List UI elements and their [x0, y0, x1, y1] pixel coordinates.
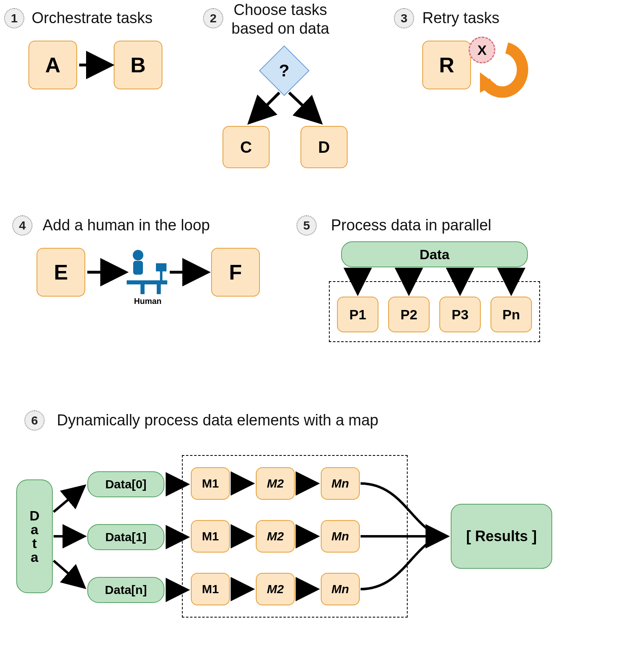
- task-label: P2: [400, 307, 417, 323]
- data-row-label: Data[n]: [105, 583, 147, 597]
- svg-rect-7: [127, 280, 167, 284]
- svg-rect-8: [156, 263, 166, 271]
- section-badge-1: 1: [4, 8, 24, 28]
- section-badge-6: 6: [24, 410, 45, 431]
- section-title-2: Choose tasks based on data: [231, 1, 329, 38]
- section-number: 5: [303, 219, 310, 232]
- task-m2-r1: M2: [256, 520, 295, 553]
- section-number: 2: [210, 11, 217, 25]
- svg-rect-9: [160, 271, 162, 280]
- human-label: Human: [134, 297, 162, 306]
- section-title-5: Process data in parallel: [331, 216, 491, 235]
- task-p1: P1: [337, 297, 378, 332]
- data-label-char: t: [32, 536, 37, 550]
- task-mn-r1: Mn: [321, 520, 360, 553]
- task-label: B: [130, 53, 146, 77]
- task-e: E: [37, 248, 85, 297]
- svg-line-2: [289, 93, 321, 123]
- human-icon: [127, 250, 167, 294]
- svg-point-5: [133, 250, 143, 260]
- task-label: A: [45, 53, 61, 77]
- section-title-1: Orchestrate tasks: [32, 9, 153, 28]
- svg-line-18: [54, 561, 84, 587]
- data-label-char: a: [31, 550, 39, 564]
- section-number: 6: [31, 414, 38, 427]
- task-a: A: [28, 41, 77, 89]
- data-label-char: D: [30, 509, 40, 522]
- task-f: F: [211, 248, 260, 297]
- data-pill-vertical: D a t a: [16, 479, 53, 593]
- task-label: Mn: [331, 582, 349, 596]
- task-label: Mn: [331, 477, 349, 490]
- svg-rect-10: [140, 284, 145, 294]
- task-mn-r0: Mn: [321, 467, 360, 500]
- data-label-char: a: [31, 522, 39, 536]
- data-row-n: Data[n]: [87, 577, 164, 603]
- results-box: [ Results ]: [451, 504, 552, 569]
- task-b: B: [114, 41, 162, 89]
- task-label: M1: [202, 582, 219, 596]
- data-row-1: Data[1]: [87, 524, 164, 550]
- task-label: P1: [349, 307, 366, 323]
- task-label: P3: [452, 307, 469, 323]
- svg-rect-11: [157, 284, 161, 294]
- section-badge-4: 4: [12, 215, 32, 236]
- task-mn-rn: Mn: [321, 573, 360, 605]
- task-label: M2: [267, 529, 284, 543]
- svg-rect-6: [133, 261, 143, 275]
- decision-diamond: ?: [259, 46, 309, 96]
- svg-line-1: [249, 93, 279, 123]
- task-d: D: [300, 126, 348, 168]
- section-badge-2: 2: [203, 8, 223, 28]
- task-label: D: [318, 138, 330, 156]
- data-pill: Data: [341, 241, 528, 267]
- data-row-label: Data[0]: [105, 477, 147, 491]
- task-label: R: [439, 53, 454, 77]
- task-label: Mn: [331, 529, 349, 543]
- section-number: 1: [11, 11, 18, 25]
- task-p2: P2: [388, 297, 430, 332]
- data-label: Data: [419, 247, 449, 262]
- data-row-label: Data[1]: [105, 530, 147, 544]
- section-title-6: Dynamically process data elements with a…: [57, 411, 378, 430]
- task-m1-r0: M1: [191, 467, 230, 500]
- task-m2-r0: M2: [256, 467, 295, 500]
- task-c: C: [223, 126, 270, 168]
- section-number: 3: [401, 11, 408, 25]
- task-label: E: [54, 260, 68, 284]
- results-label: [ Results ]: [466, 528, 537, 545]
- task-m1-r1: M1: [191, 520, 230, 553]
- task-label: M1: [202, 477, 219, 490]
- task-label: M2: [267, 477, 284, 490]
- task-p3: P3: [439, 297, 481, 332]
- section-badge-5: 5: [296, 215, 317, 236]
- error-label: X: [478, 42, 487, 58]
- task-label: Pn: [502, 307, 520, 323]
- task-label: C: [240, 138, 252, 156]
- section-badge-3: 3: [394, 8, 414, 28]
- section-title-4: Add a human in the loop: [43, 216, 210, 235]
- data-row-0: Data[0]: [87, 471, 164, 497]
- error-indicator: X: [469, 37, 495, 63]
- task-label: M2: [267, 582, 284, 596]
- section-title-3: Retry tasks: [422, 9, 499, 28]
- task-pn: Pn: [491, 297, 532, 332]
- task-label: F: [229, 260, 242, 284]
- task-m2-rn: M2: [256, 573, 295, 605]
- task-r: R: [422, 41, 471, 89]
- decision-label: ?: [279, 61, 290, 80]
- task-m1-rn: M1: [191, 573, 230, 605]
- section-number: 4: [19, 219, 26, 232]
- svg-line-16: [54, 486, 84, 512]
- task-label: M1: [202, 529, 219, 543]
